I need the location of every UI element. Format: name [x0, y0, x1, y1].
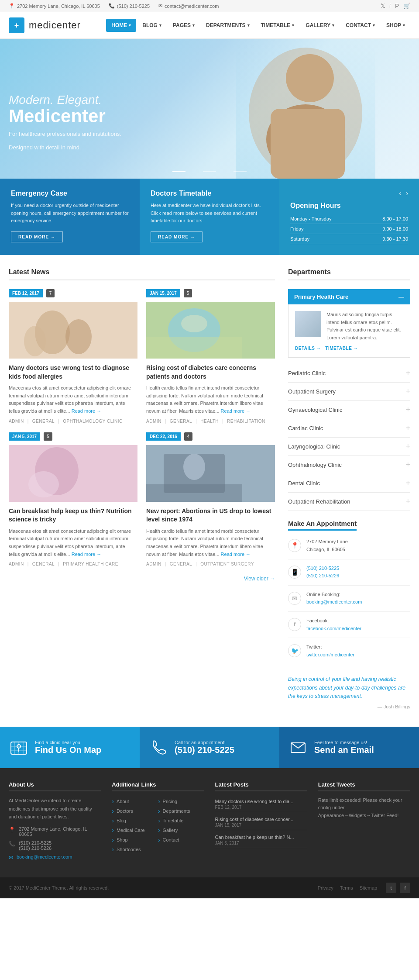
dept-list-item-1[interactable]: Outpatient Surgery + [288, 383, 410, 401]
footer-posts: Latest Posts Many doctors use wrong test… [215, 781, 307, 864]
footer-link-about[interactable]: About [112, 797, 158, 806]
footer-link-timetable[interactable]: Timetable [158, 816, 204, 825]
footer-bottom-right: Privacy Terms Sitemap t f [318, 883, 410, 893]
footer-about-text: At MediCenter we intend to create medici… [9, 797, 101, 821]
hours-prev[interactable]: ‹ [399, 190, 401, 197]
pinterest-link[interactable]: P [395, 3, 399, 9]
footer-link-medical[interactable]: Medical Care [112, 825, 158, 835]
footer-link-contact[interactable]: Contact [158, 835, 204, 845]
appt-address: 2702 Memory LaneChicago, IL 60605 [306, 538, 348, 553]
dept-description: Mauris adisciping fringila turpis intend… [326, 311, 403, 342]
footer-privacy-link[interactable]: Privacy [318, 885, 333, 890]
svg-point-11 [181, 315, 207, 332]
hours-row-3: Saturday 9.30 - 17.30 [290, 234, 408, 244]
footer-facebook-link[interactable]: f [400, 883, 410, 893]
cta-bar-map[interactable]: Find a clinic near you Find Us On Map [0, 727, 140, 768]
hero-dot-1[interactable] [172, 171, 185, 172]
footer-post-title-2: Can breakfast help keep us thin? N... [215, 835, 307, 840]
dept-list-item-4[interactable]: Laryngological Clinic + [288, 438, 410, 456]
nav-departments[interactable]: DEPARTMENTS ▾ [201, 19, 254, 32]
news-item-3: JAN 5, 2017 5 Can breakfast help keep us… [9, 432, 137, 567]
news-comments-3: 5 [44, 432, 52, 441]
view-older-link[interactable]: View older → [244, 576, 275, 582]
news-section: Latest News FEB 12, 2017 7 Many doctors … [9, 268, 288, 714]
timetable-btn[interactable]: READ MORE → [151, 231, 203, 242]
cart-link[interactable]: 🛒 [403, 3, 410, 9]
footer-link-pricing[interactable]: Pricing [158, 797, 204, 806]
footer-link-departments[interactable]: Departments [158, 806, 204, 816]
cta-bar-email[interactable]: Feel free to message us! Send an Email [279, 727, 419, 768]
footer-post-date-1: JAN 15, 2017 [215, 823, 307, 828]
appt-item-3: f Facebook: facebook.com/medicenter [288, 612, 410, 638]
news-title-1: Many doctors use wrong test to diagnose … [9, 364, 137, 381]
dept-plus-2: + [405, 405, 410, 414]
dept-list-item-7[interactable]: Outpatient Rehabilitation + [288, 493, 410, 511]
logo-icon: + [9, 17, 24, 33]
nav-shop[interactable]: SHOP ▾ [381, 19, 410, 32]
svg-rect-3 [271, 109, 345, 179]
footer-phones: 📞 (510) 210-5225 (510) 210-5226 [9, 840, 101, 851]
emergency-btn[interactable]: READ MORE → [11, 231, 63, 242]
news-title-2: Rising cost of diabetes care concerns pa… [146, 364, 275, 381]
footer-phone-icon: 📞 [9, 841, 15, 847]
info-box-emergency: Emergency Case If you need a doctor urge… [0, 179, 140, 255]
hours-next[interactable]: › [406, 190, 408, 197]
hero-title: Medicenter [9, 107, 121, 125]
news-readmore-3[interactable]: Read more → [72, 552, 101, 557]
dept-plus-1: + [405, 387, 410, 396]
timetable-title: Doctors Timetable [151, 190, 268, 197]
appt-facebook-link[interactable]: facebook.com/medicenter [306, 626, 361, 631]
dept-collapse-icon: — [398, 293, 404, 300]
nav-home[interactable]: HOME ▾ [106, 19, 136, 32]
dept-list-item-5[interactable]: Ophthalmology Clinic + [288, 456, 410, 474]
appt-phone-1[interactable]: (510) 210-5225 [306, 566, 339, 571]
nav-contact[interactable]: CONTACT ▾ [340, 19, 380, 32]
dept-list-item-6[interactable]: Dental Clinic + [288, 474, 410, 493]
footer-twitter-link[interactable]: t [386, 883, 396, 893]
appt-phone-2[interactable]: (510) 210-5226 [306, 573, 339, 578]
dept-timetable-link[interactable]: TIMETABLE → [325, 346, 358, 351]
footer-email-icon: ✉ [9, 855, 13, 861]
timetable-text: Here at medicenter we have individual do… [151, 202, 268, 225]
map-svg [10, 738, 27, 756]
appt-twitter-link[interactable]: twitter.com/medicenter [306, 652, 354, 657]
news-readmore-4[interactable]: Read more → [221, 552, 251, 557]
footer-link-gallery[interactable]: Gallery [158, 825, 204, 835]
hero-dot-3[interactable] [234, 171, 247, 172]
nav-gallery[interactable]: GALLERY ▾ [300, 19, 340, 32]
footer-link-shortcodes[interactable]: Shortcodes [112, 845, 158, 854]
dept-details-link[interactable]: DETAILS → [295, 346, 321, 351]
footer-email-link[interactable]: booking@medicenter.com [17, 854, 72, 859]
dept-list-item-2[interactable]: Gynaecological Clinic + [288, 401, 410, 419]
address: 📍 2702 Memory Lane, Chicago, IL 60605 [9, 3, 100, 9]
appt-phone: (510) 210-5225 (510) 210-5226 [306, 565, 339, 580]
twitter-link[interactable]: 𝕏 [381, 3, 385, 9]
facebook-link[interactable]: f [389, 3, 391, 9]
footer-links-title: Additional Links [112, 781, 204, 791]
dept-list-item-0[interactable]: Pediatric Clinic + [288, 364, 410, 383]
quote-text: Being in control of your life and having… [288, 675, 410, 700]
nav-timetable[interactable]: TIMETABLE ▾ [256, 19, 300, 32]
footer-sitemap-link[interactable]: Sitemap [360, 885, 377, 890]
footer-link-doctors[interactable]: Doctors [112, 806, 158, 816]
footer-email: ✉ booking@medicenter.com [9, 854, 101, 861]
dept-list-item-3[interactable]: Cardiac Clinic + [288, 419, 410, 438]
info-box-hours: ‹ › Opening Hours Monday - Thursday 8.00… [279, 179, 419, 255]
hours-title: Opening Hours [290, 202, 408, 210]
footer-terms-link[interactable]: Terms [340, 885, 353, 890]
email-svg [289, 738, 307, 756]
logo[interactable]: + medicenter [9, 17, 81, 33]
appt-booking-link[interactable]: booking@medicenter.com [306, 599, 362, 604]
news-readmore-2[interactable]: Read more → [221, 408, 251, 414]
news-meta-3: JAN 5, 2017 5 [9, 432, 137, 441]
footer-link-blog[interactable]: Blog [112, 816, 158, 825]
dept-active[interactable]: Primary Health Care — [288, 289, 410, 304]
hero-dot-2[interactable] [203, 171, 216, 172]
nav-blog[interactable]: BLOG ▾ [137, 19, 167, 32]
footer-link-shop[interactable]: Shop [112, 835, 158, 845]
news-footer-2: ADMIN | GENERAL | HEALTH | REHABILITATIO… [146, 419, 275, 424]
news-readmore-1[interactable]: Read more → [72, 408, 101, 414]
top-bar-left: 📍 2702 Memory Lane, Chicago, IL 60605 📞 … [9, 3, 219, 9]
nav-pages[interactable]: PAGES ▾ [168, 19, 200, 32]
cta-bar-phone[interactable]: Call for an appointment! (510) 210-5225 [140, 727, 279, 768]
